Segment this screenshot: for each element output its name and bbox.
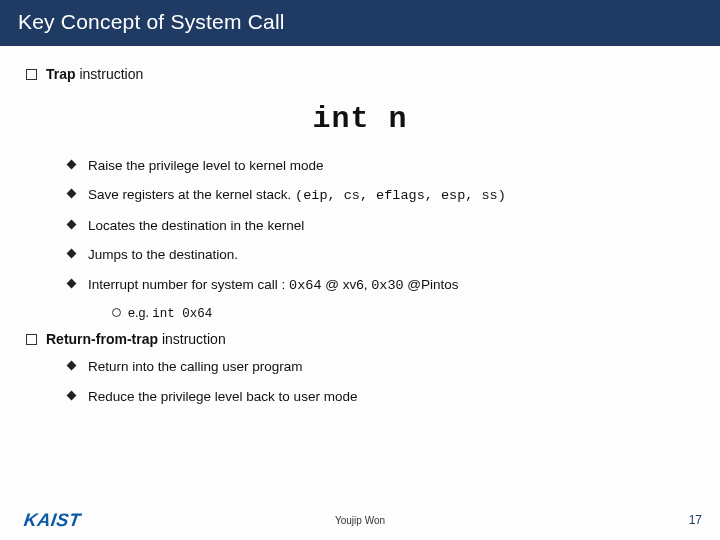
bullet-jump-dest: Jumps to the destination.	[68, 245, 696, 265]
bullet-text: Return into the calling user program	[88, 359, 303, 374]
bullet-save-registers: Save registers at the kernel stack. (eip…	[68, 185, 696, 206]
example-prefix: e.g.	[128, 306, 152, 320]
bullet-text: Jumps to the destination.	[88, 247, 238, 262]
bullet-text: Reduce the privilege level back to user …	[88, 389, 357, 404]
trap-label: Trap instruction	[46, 66, 143, 82]
bullet-text: Locates the destination in the kernel	[88, 218, 304, 233]
return-sublist: Return into the calling user program Red…	[24, 357, 696, 406]
example-list: e.g. int 0x64	[24, 304, 696, 323]
trap-rest: instruction	[76, 66, 144, 82]
return-bold: Return-from-trap	[46, 331, 158, 347]
example-code: int 0x64	[152, 307, 212, 321]
page-number: 17	[689, 513, 702, 527]
bullet-text: @Pintos	[404, 277, 459, 292]
bullet-return-user: Return into the calling user program	[68, 357, 696, 377]
bullet-text: Interrupt number for system call :	[88, 277, 289, 292]
bullet-text: Save registers at the kernel stack.	[88, 187, 295, 202]
bullet-text: @ xv6,	[321, 277, 371, 292]
bullet-code: 0x30	[371, 278, 403, 293]
trap-bold: Trap	[46, 66, 76, 82]
bullet-text: Raise the privilege level to kernel mode	[88, 158, 324, 173]
slide-title: Key Concept of System Call	[18, 10, 285, 33]
section-return-from-trap: Return-from-trap instruction	[24, 329, 696, 349]
slide-content: Trap instruction int n Raise the privile…	[0, 46, 720, 406]
section-trap: Trap instruction	[24, 64, 696, 84]
bullet-interrupt-number: Interrupt number for system call : 0x64 …	[68, 275, 696, 296]
centered-code: int n	[24, 98, 696, 142]
return-label-wrap: Return-from-trap instruction	[46, 331, 226, 347]
slide-footer: KAIST Youjip Won 17	[0, 500, 720, 540]
kaist-logo: KAIST	[23, 510, 82, 531]
bullet-locate-dest: Locates the destination in the kernel	[68, 216, 696, 236]
author-name: Youjip Won	[335, 515, 385, 526]
bullet-reduce-privilege: Reduce the privilege level back to user …	[68, 387, 696, 407]
example-int-0x64: e.g. int 0x64	[112, 304, 696, 323]
return-rest: instruction	[158, 331, 226, 347]
bullet-raise-privilege: Raise the privilege level to kernel mode	[68, 156, 696, 176]
slide-title-bar: Key Concept of System Call	[0, 0, 720, 46]
bullet-code: (eip, cs, eflags, esp, ss)	[295, 188, 506, 203]
trap-sublist: Raise the privilege level to kernel mode…	[24, 156, 696, 296]
bullet-code: 0x64	[289, 278, 321, 293]
